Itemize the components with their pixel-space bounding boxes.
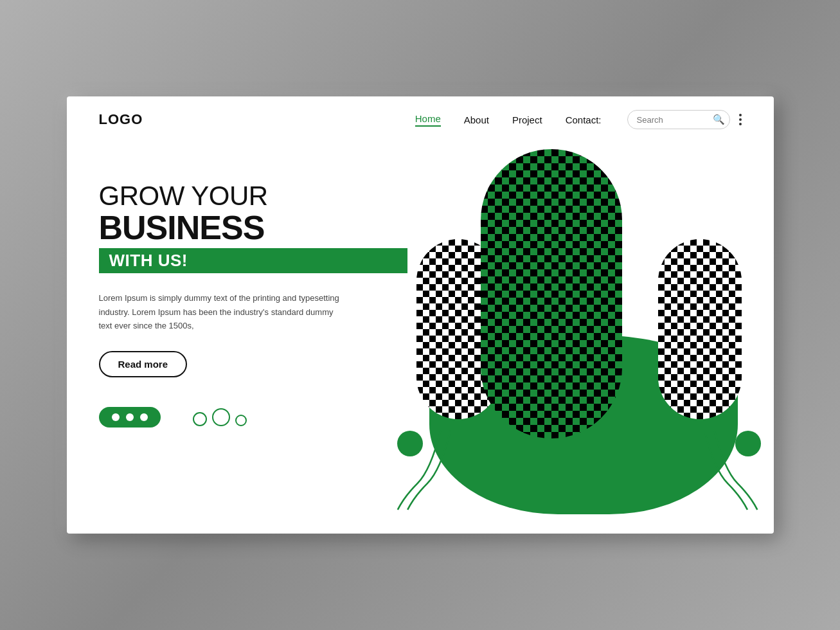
- circle-dec-3: [235, 415, 247, 426]
- headline-line2: BUSINESS: [99, 211, 407, 244]
- bottom-decorators: [99, 407, 407, 428]
- logo: LOGO: [99, 111, 143, 128]
- dot-3: [140, 413, 148, 421]
- more-menu-button[interactable]: [739, 114, 742, 125]
- checker-center: [481, 149, 622, 438]
- search-icon: 🔍: [713, 114, 725, 125]
- nav-contact[interactable]: Contact:: [566, 114, 602, 125]
- circle-decorators: [193, 408, 247, 426]
- headline-line1: GROW YOUR: [99, 181, 407, 211]
- pill-center: [481, 149, 622, 438]
- main-content: GROW YOUR BUSINESS WITH US! Lorem Ipsum …: [67, 143, 774, 534]
- read-more-button[interactable]: Read more: [99, 351, 188, 377]
- navbar: LOGO Home About Project Contact: 🔍: [67, 96, 774, 143]
- hero-description: Lorem Ipsum is simply dummy text of the …: [99, 291, 343, 332]
- nav-home[interactable]: Home: [415, 113, 441, 127]
- search-input[interactable]: [637, 115, 708, 125]
- headline-badge: WITH US!: [99, 248, 407, 273]
- circle-dec-1: [193, 412, 207, 426]
- nav-links: Home About Project Contact:: [415, 113, 602, 127]
- hero-left: GROW YOUR BUSINESS WITH US! Lorem Ipsum …: [99, 168, 407, 514]
- dot-2: [126, 413, 134, 421]
- green-circle-right: [735, 431, 761, 456]
- circle-dec-2: [212, 408, 230, 426]
- hero-right: [378, 143, 774, 534]
- landing-page: LOGO Home About Project Contact: 🔍 GROW …: [67, 96, 774, 534]
- nav-about[interactable]: About: [464, 114, 489, 125]
- shape-right: [658, 239, 742, 419]
- search-bar[interactable]: 🔍: [627, 110, 730, 129]
- checker-right: [658, 239, 742, 419]
- green-pill: [99, 407, 161, 428]
- dot-1: [112, 413, 120, 421]
- nav-project[interactable]: Project: [512, 114, 542, 125]
